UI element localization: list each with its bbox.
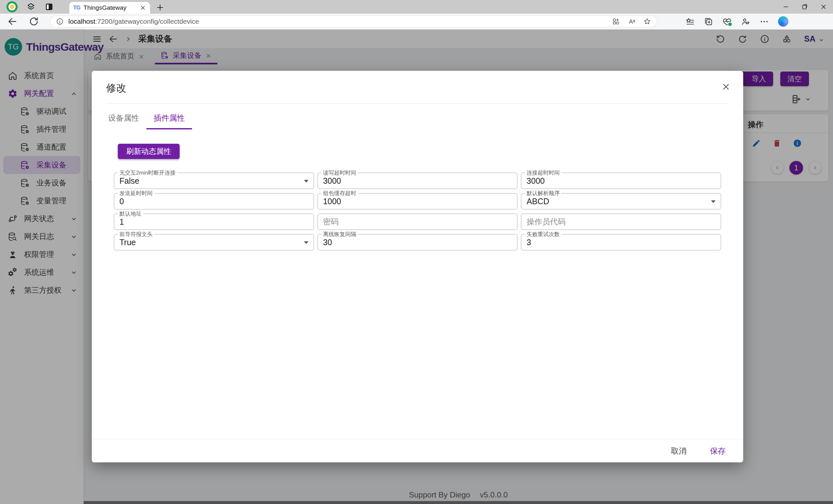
modal-tab-1[interactable]: 插件属性 xyxy=(146,111,192,129)
copilot-icon[interactable] xyxy=(778,16,788,27)
modal-field-7[interactable]: 密码 xyxy=(317,213,518,230)
address-bar[interactable]: localhost:7200/gatewayconfig/collectdevi… xyxy=(50,16,657,27)
modal-field-2[interactable]: 连接超时时间3000 xyxy=(521,173,721,189)
modal-tab-0[interactable]: 设备属性 xyxy=(101,111,146,129)
browser-profile-badge-icon[interactable] xyxy=(6,1,18,12)
modal-field-5[interactable]: 默认解析顺序ABCD xyxy=(521,193,721,209)
split-screen-icon[interactable] xyxy=(667,17,676,26)
window-close-button[interactable] xyxy=(814,0,833,14)
url-host: localhost xyxy=(68,18,95,25)
modal-overlay: 修改 设备属性插件属性 刷新动态属性 无交互2min时断开连接False读写超时… xyxy=(0,30,833,504)
modal-tabs: 设备属性插件属性 xyxy=(101,111,743,129)
browser-tab-strip: TG ThingsGateway xyxy=(0,0,833,14)
window-restore-button[interactable] xyxy=(795,0,814,14)
save-button[interactable]: 保存 xyxy=(708,446,728,456)
dropdown-caret-icon xyxy=(304,241,308,244)
field-value: 3000 xyxy=(526,176,545,186)
field-label: 前导符报文头 xyxy=(118,231,154,237)
browser-tab[interactable]: TG ThingsGateway xyxy=(69,2,150,14)
tab-close-icon[interactable] xyxy=(140,4,146,11)
window-minimize-button[interactable] xyxy=(777,0,795,14)
modal-divider xyxy=(106,103,729,104)
read-aloud-icon[interactable] xyxy=(628,18,636,25)
modal-field-6[interactable]: 默认地址1 xyxy=(114,213,314,230)
field-label: 默认解析顺序 xyxy=(525,191,561,196)
collections-icon[interactable] xyxy=(704,17,713,26)
app-root: TG ThingsGateway 系统首页网关配置驱动调试插件管理通道配置采集设… xyxy=(0,30,833,504)
field-placeholder: 密码 xyxy=(323,217,339,227)
modal-field-11[interactable]: 失败重试次数3 xyxy=(521,234,721,250)
field-label: 默认地址 xyxy=(118,211,143,217)
field-label: 组包缓存超时 xyxy=(322,191,358,196)
field-label: 无交互2min时断开连接 xyxy=(118,170,177,176)
modal-header: 修改 xyxy=(92,71,743,104)
new-tab-button[interactable] xyxy=(156,3,165,12)
dropdown-caret-icon xyxy=(711,200,716,203)
field-value: ABCD xyxy=(526,197,549,206)
modal-field-4[interactable]: 组包缓存超时1000 xyxy=(317,193,518,209)
field-label: 离线恢复间隔 xyxy=(322,231,358,237)
modal-field-8[interactable]: 操作员代码 xyxy=(521,213,721,230)
screen: TG ThingsGateway localhost:7200/gatewayc… xyxy=(0,0,833,504)
field-value: 3 xyxy=(526,238,531,247)
browser-tab-title: ThingsGateway xyxy=(84,4,136,11)
refresh-dynamic-props-button[interactable]: 刷新动态属性 xyxy=(118,144,180,159)
modal-close-icon[interactable] xyxy=(721,82,731,92)
profile-icon[interactable] xyxy=(741,17,751,26)
browser-essentials-icon[interactable] xyxy=(722,17,732,26)
window-controls xyxy=(777,0,833,14)
modal-field-1[interactable]: 读写超时时间3000 xyxy=(317,173,518,189)
field-label: 发送延时时间 xyxy=(118,191,154,196)
field-placeholder: 操作员代码 xyxy=(526,217,566,227)
site-info-icon[interactable] xyxy=(56,18,64,25)
modal-fields-grid: 无交互2min时断开连接False读写超时时间3000连接超时时间3000发送延… xyxy=(114,173,721,250)
apps-grid-icon[interactable] xyxy=(612,18,620,25)
field-value: 0 xyxy=(119,197,124,206)
field-value: False xyxy=(119,176,139,186)
address-bar-actions xyxy=(612,18,651,25)
modal-field-10[interactable]: 离线恢复间隔30 xyxy=(317,234,518,250)
modal-footer: 取消 保存 xyxy=(92,439,743,462)
field-value: 3000 xyxy=(323,176,341,186)
modal-title: 修改 xyxy=(106,81,729,95)
browser-refresh-button[interactable] xyxy=(29,16,39,27)
url-text: localhost:7200/gatewayconfig/collectdevi… xyxy=(68,18,608,25)
modal-field-3[interactable]: 发送延时时间0 xyxy=(114,193,314,209)
field-value: 30 xyxy=(323,238,332,247)
favorites-bar-icon[interactable] xyxy=(685,17,695,26)
favorite-star-icon[interactable] xyxy=(643,18,651,25)
url-path: :7200/gatewayconfig/collectdevice xyxy=(95,18,199,25)
site-favicon: TG xyxy=(73,4,80,11)
field-value: 1 xyxy=(119,217,124,227)
edit-modal: 修改 设备属性插件属性 刷新动态属性 无交互2min时断开连接False读写超时… xyxy=(92,71,743,462)
modal-field-0[interactable]: 无交互2min时断开连接False xyxy=(114,173,314,189)
field-value: 1000 xyxy=(323,197,341,206)
browser-toolbar: localhost:7200/gatewayconfig/collectdevi… xyxy=(0,14,833,30)
more-options-icon[interactable] xyxy=(759,17,769,26)
field-value: True xyxy=(119,238,136,247)
cancel-button[interactable]: 取消 xyxy=(669,446,689,456)
workspaces-icon[interactable] xyxy=(26,2,36,12)
modal-field-9[interactable]: 前导符报文头True xyxy=(114,234,314,250)
browser-action-icons xyxy=(667,16,788,27)
dropdown-caret-icon xyxy=(304,180,308,182)
tab-actions-icon[interactable] xyxy=(44,2,54,12)
browser-back-button[interactable] xyxy=(7,16,18,27)
field-label: 读写超时时间 xyxy=(322,170,358,176)
field-label: 连接超时时间 xyxy=(525,170,561,176)
field-label: 失败重试次数 xyxy=(525,231,561,237)
